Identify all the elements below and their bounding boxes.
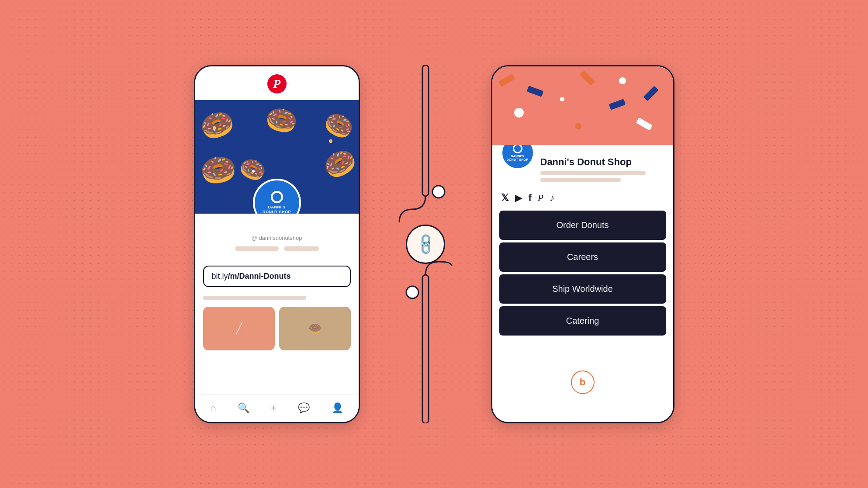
- twitter-icon[interactable]: 𝕏: [501, 192, 509, 204]
- chat-icon[interactable]: 💬: [298, 402, 310, 414]
- connector: 🔗: [360, 65, 491, 423]
- pinterest-social-icon[interactable]: P: [538, 192, 543, 204]
- brand-name-right: DANNI'S DONUT SHOP: [507, 155, 529, 162]
- svg-point-1: [432, 186, 445, 198]
- link-icon: 🔗: [413, 232, 438, 257]
- donut-ring-sm-icon: [513, 144, 522, 153]
- svg-rect-2: [422, 275, 429, 423]
- shop-name: Danni's Donut Shop: [540, 156, 664, 168]
- phone-left: P 🍩 🍩 🍩 🍩 🍩 🍩 DANNI'S: [194, 65, 360, 423]
- ship-worldwide-button[interactable]: Ship Worldwide: [499, 274, 666, 304]
- thumbnail-row: ╱ 🍩: [195, 307, 359, 394]
- thumbnail-2: 🍩: [279, 307, 351, 350]
- search-icon[interactable]: 🔍: [238, 402, 249, 414]
- below-url-lines: [195, 294, 359, 304]
- url-text: bit.ly/m/Danni-Donuts: [212, 272, 342, 281]
- thumbnail-1: ╱: [203, 307, 275, 350]
- donut-ring-icon: [271, 191, 283, 203]
- bitly-footer: b: [492, 343, 673, 422]
- bitly-badge: b: [571, 370, 595, 394]
- link-badge: 🔗: [406, 225, 445, 264]
- svg-point-3: [406, 286, 418, 298]
- phone-right: DANNI'S DONUT SHOP Danni's Donut Shop 𝕏: [491, 65, 674, 423]
- add-icon[interactable]: +: [271, 402, 277, 414]
- pinterest-header: P: [195, 66, 359, 100]
- profile-handle: @ dannisdonutshop: [204, 235, 350, 241]
- shop-desc-lines: [540, 171, 664, 182]
- facebook-icon[interactable]: f: [529, 192, 532, 204]
- profile-section: @ dannisdonutshop: [195, 214, 359, 264]
- svg-rect-0: [422, 65, 429, 196]
- brand-name-left: DANNI'S DONUT SHOP: [263, 205, 291, 214]
- careers-button[interactable]: Careers: [499, 242, 666, 272]
- profile-row: DANNI'S DONUT SHOP Danni's Donut Shop: [492, 145, 673, 188]
- confetti-header: [492, 66, 673, 145]
- url-box[interactable]: bit.ly/m/Danni-Donuts: [203, 266, 351, 287]
- profile-icon[interactable]: 👤: [332, 402, 343, 414]
- youtube-icon[interactable]: ▶: [515, 192, 522, 204]
- bitly-logo: b: [580, 377, 585, 388]
- social-row: 𝕏 ▶ f P ♪: [492, 188, 673, 211]
- main-scene: P 🍩 🍩 🍩 🍩 🍩 🍩 DANNI'S: [128, 48, 740, 441]
- cta-buttons: Order Donuts Careers Ship Worldwide Cate…: [492, 211, 673, 343]
- placeholder-bio: [204, 246, 350, 251]
- donut-banner: 🍩 🍩 🍩 🍩 🍩 🍩 DANNI'S DONUT SHOP: [195, 100, 359, 214]
- pinterest-logo-icon: P: [267, 74, 287, 93]
- home-icon[interactable]: ⌂: [210, 402, 216, 414]
- order-donuts-button[interactable]: Order Donuts: [499, 211, 666, 240]
- tiktok-icon[interactable]: ♪: [550, 192, 554, 204]
- bottom-nav: ⌂ 🔍 + 💬 👤: [195, 394, 359, 422]
- catering-button[interactable]: Catering: [499, 306, 666, 336]
